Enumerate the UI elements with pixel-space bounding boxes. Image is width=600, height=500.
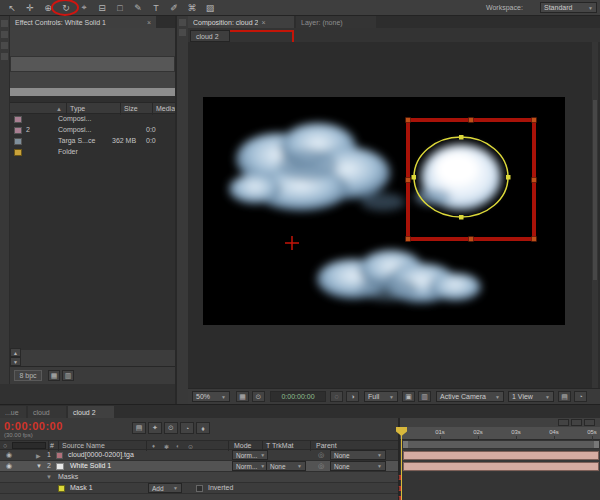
project-row[interactable]: Targa S...ce 362 MB 0:0 <box>10 136 175 147</box>
magnification-dropdown[interactable]: 50% ▼ <box>192 391 230 402</box>
inverted-checkbox[interactable] <box>196 485 203 492</box>
twirl-icon[interactable]: ▼ <box>36 463 42 469</box>
twirl-icon[interactable]: ▶ <box>36 452 41 459</box>
search-icon[interactable]: ○ <box>3 442 7 449</box>
project-row[interactable]: Folder <box>10 147 175 158</box>
transparency-grid-button[interactable]: ▥ <box>418 391 431 402</box>
scroll-up-button[interactable]: ▲ <box>10 348 21 357</box>
type-tool[interactable]: T <box>148 1 164 14</box>
ellipse-mask-outline[interactable] <box>414 137 508 217</box>
layer-row-selected[interactable]: ◉ ▼ 2 White Solid 1 Norm... ▼ None ▼ ◎ N… <box>0 461 399 472</box>
frame-blend-button[interactable]: ⊙ <box>164 422 178 434</box>
close-icon[interactable]: × <box>261 19 265 26</box>
blend-mode-dropdown[interactable]: Norm... ▼ <box>232 450 268 460</box>
panel-mini-icon[interactable] <box>1 42 8 49</box>
close-icon[interactable]: × <box>147 19 151 26</box>
mask-visibility-button[interactable]: ⊙ <box>252 391 265 402</box>
blend-mode-dropdown[interactable]: Norm... ▼ <box>232 461 268 471</box>
header-trkmat[interactable]: T TrkMat <box>266 442 293 449</box>
clone-stamp-tool[interactable]: ⌘ <box>184 1 200 14</box>
motion-blur-button[interactable]: ◔ <box>180 422 194 434</box>
draft-3d-button[interactable]: ✦ <box>148 422 162 434</box>
project-col-type[interactable]: Type <box>70 105 85 112</box>
pickwhip-icon[interactable]: ◎ <box>318 451 324 459</box>
pen-tool[interactable]: ✎ <box>130 1 146 14</box>
comp-button[interactable] <box>584 419 595 426</box>
work-area-bar[interactable] <box>402 440 600 449</box>
channels-button[interactable]: ◑ <box>346 391 359 402</box>
mask-vertex-handles[interactable] <box>412 135 511 220</box>
workspace-dropdown[interactable]: Standard ▼ <box>540 2 597 13</box>
track-matte-dropdown[interactable]: None ▼ <box>266 461 306 471</box>
effect-controls-tab[interactable]: Effect Controls: White Solid 1 × <box>10 16 156 28</box>
hand-tool[interactable]: ✛ <box>22 1 38 14</box>
camera-view-dropdown[interactable]: Active Camera ▼ <box>436 391 504 402</box>
masks-group-row[interactable]: ▼ Masks <box>0 472 399 483</box>
panel-mini-icon[interactable] <box>179 29 186 36</box>
timeline-button[interactable]: ◔ <box>574 391 587 402</box>
twirl-icon[interactable]: ▼ <box>46 474 52 480</box>
pickwhip-icon[interactable]: ◎ <box>318 462 324 470</box>
mask-shape-tool[interactable]: □ <box>112 1 128 14</box>
graph-editor-button[interactable]: ♦ <box>196 422 210 434</box>
work-area-end-handle[interactable] <box>594 441 599 448</box>
project-row[interactable]: Composi... <box>10 114 175 125</box>
layer-handles[interactable] <box>406 118 537 242</box>
panel-divider-bar[interactable] <box>10 88 175 96</box>
composition-tab[interactable]: Composition: cloud 2 × <box>188 16 294 28</box>
panel-mini-icon[interactable] <box>1 53 8 60</box>
time-ruler[interactable]: 01s 02s 03s 04s 05s <box>400 427 600 440</box>
mask-row[interactable]: Mask 1 Add ▼ Inverted <box>0 483 399 494</box>
bit-depth-button[interactable]: 8 bpc <box>14 370 42 381</box>
timeline-search-input[interactable] <box>12 442 46 449</box>
comp-scrollbar-thumb[interactable] <box>593 100 597 280</box>
safe-zones-button[interactable]: ▦ <box>236 391 249 402</box>
region-of-interest-button[interactable]: ▣ <box>402 391 415 402</box>
layer-duration-bar[interactable] <box>403 462 599 471</box>
comp-nav-tab[interactable]: cloud 2 <box>190 30 230 42</box>
new-comp-button[interactable]: ▥ <box>62 370 74 381</box>
brush-tool[interactable]: ✐ <box>166 1 182 14</box>
timeline-timecode[interactable]: 0:00:00:00 <box>4 420 63 432</box>
panel-mini-icon[interactable] <box>1 31 8 38</box>
mask-mode-dropdown[interactable]: Add ▼ <box>148 483 182 493</box>
eye-icon[interactable]: ◉ <box>6 451 12 459</box>
layer-tab[interactable]: Layer: (none) <box>296 16 376 28</box>
sort-arrow-icon[interactable]: ▲ <box>56 106 62 112</box>
eraser-tool[interactable]: ▨ <box>202 1 218 14</box>
layer-name[interactable]: cloud[0000-0200].tga <box>68 451 134 458</box>
pixel-aspect-button[interactable]: ▤ <box>558 391 571 402</box>
panel-mini-icon[interactable] <box>179 19 186 26</box>
layer-name[interactable]: White Solid 1 <box>70 462 111 469</box>
comp-mini-flowchart-button[interactable]: ▤ <box>132 422 146 434</box>
view-layout-dropdown[interactable]: 1 View ▼ <box>508 391 554 402</box>
eye-icon[interactable]: ◉ <box>6 462 12 470</box>
snapshot-button[interactable]: ◌ <box>330 391 343 402</box>
current-time-indicator-line[interactable] <box>401 435 402 500</box>
layer-duration-bar[interactable] <box>403 451 599 460</box>
pan-behind-tool[interactable]: ⊟ <box>94 1 110 14</box>
current-time-field[interactable]: 0:00:00:00 <box>270 391 326 402</box>
parent-dropdown[interactable]: None ▼ <box>330 450 386 460</box>
resolution-dropdown[interactable]: Full ▼ <box>364 391 398 402</box>
comp-marker-button[interactable] <box>558 419 569 426</box>
mask-color-chip[interactable] <box>58 485 65 492</box>
selection-overlay[interactable] <box>203 97 565 325</box>
panel-mini-icon[interactable] <box>1 20 8 27</box>
mask-name[interactable]: Mask 1 <box>70 484 93 491</box>
header-mode[interactable]: Mode <box>234 442 252 449</box>
comp-button[interactable] <box>571 419 582 426</box>
comp-scrollbar[interactable] <box>592 42 598 388</box>
layer-label-chip[interactable] <box>56 452 63 459</box>
scroll-down-button[interactable]: ▼ <box>10 357 21 366</box>
header-source-name[interactable]: Source Name <box>62 442 105 449</box>
header-parent[interactable]: Parent <box>316 442 337 449</box>
comp-viewport[interactable] <box>203 97 565 325</box>
new-folder-button[interactable]: ▦ <box>48 370 60 381</box>
layer-row[interactable]: ◉ ▶ 1 cloud[0000-0200].tga Norm... ▼ ◎ N… <box>0 450 399 461</box>
work-area-start-handle[interactable] <box>403 441 408 448</box>
project-row[interactable]: 2 Composi... 0:0 <box>10 125 175 136</box>
selection-tool[interactable]: ↖ <box>4 1 20 14</box>
project-col-size[interactable]: Size <box>124 105 138 112</box>
timeline-lanes[interactable]: I I I <box>400 449 600 500</box>
